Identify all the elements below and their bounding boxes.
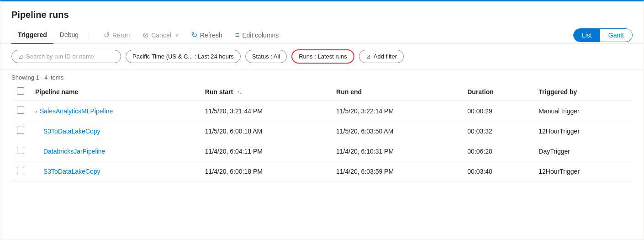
showing-text: Showing 1 - 4 items [0,69,644,83]
refresh-button[interactable]: ↻ Refresh [186,27,228,43]
pipeline-name-link[interactable]: DatabricksJarPipeline [43,148,105,155]
tab-triggered[interactable]: Triggered [11,27,53,44]
table-row: DatabricksJarPipeline11/4/20, 6:04:11 PM… [11,141,633,161]
list-view-button[interactable]: List [574,29,600,42]
table-header-row: Pipeline name Run start ↑↓ Run end Durat… [11,83,633,101]
cell-triggered-by: 12HourTrigger [533,161,633,181]
row-checkbox-cell [11,161,30,181]
time-filter[interactable]: Pacific Time (US & C... : Last 24 hours [126,50,241,63]
pipeline-runs-table: Pipeline name Run start ↑↓ Run end Durat… [11,83,633,181]
cell-pipeline-name: S3ToDataLakeCopy [30,161,200,181]
edit-columns-icon: ≡ [235,31,239,39]
cell-run-start: 11/4/20, 6:00:18 PM [200,161,331,181]
header-duration: Duration [462,83,533,101]
edit-columns-button[interactable]: ≡ Edit columns [230,27,285,43]
add-filter-icon: ⊿ [366,53,371,60]
cell-pipeline-name: DatabricksJarPipeline [30,141,200,161]
row-checkbox[interactable] [17,147,24,154]
row-checkbox-cell [11,121,30,141]
cancel-icon: ⊘ [143,31,148,39]
table-body: ›SalesAnalyticsMLPipeline11/5/20, 3:21:4… [11,101,633,181]
table-row: S3ToDataLakeCopy11/5/20, 6:00:18 AM11/5/… [11,121,633,141]
row-checkbox-cell [11,101,30,121]
pipeline-name-link[interactable]: S3ToDataLakeCopy [43,168,100,175]
cell-pipeline-name: ›SalesAnalyticsMLPipeline [30,101,200,121]
table-container: Pipeline name Run start ↑↓ Run end Durat… [0,83,644,181]
cell-run-end: 11/5/20, 3:22:14 PM [331,101,462,121]
header-checkbox[interactable] [17,87,24,95]
cell-run-start: 11/5/20, 6:00:18 AM [200,121,331,141]
cell-duration: 00:00:29 [462,101,533,121]
cell-duration: 00:03:32 [462,121,533,141]
tab-debug[interactable]: Debug [53,27,85,44]
header-run-end: Run end [331,83,462,101]
page-title: Pipeline runs [0,1,644,27]
cell-triggered-by: DayTrigger [533,141,633,161]
runs-filter[interactable]: Runs : Latest runs [291,49,354,64]
toolbar-actions: ↺ Rerun ⊘ Cancel ∨ ↻ Refresh ≡ Edit colu… [98,27,633,43]
view-toggle: List Gantt [573,28,633,42]
rerun-icon: ↺ [104,31,110,39]
pipeline-name-link[interactable]: S3ToDataLakeCopy [43,128,100,135]
cell-duration: 00:03:40 [462,161,533,181]
cell-pipeline-name: S3ToDataLakeCopy [30,121,200,141]
expand-icon[interactable]: › [35,108,37,115]
header-run-start[interactable]: Run start ↑↓ [200,83,331,101]
filter-bar: ⊿ Search by run ID or name Pacific Time … [0,44,644,69]
pipeline-name-link[interactable]: SalesAnalyticsMLPipeline [40,107,113,115]
row-checkbox[interactable] [17,127,24,134]
cell-run-end: 11/5/20, 6:03:50 AM [331,121,462,141]
cell-run-end: 11/4/20, 6:10:31 PM [331,141,462,161]
header-triggered-by: Triggered by [533,83,633,101]
search-filter[interactable]: ⊿ Search by run ID or name [11,50,121,63]
cell-run-start: 11/4/20, 6:04:11 PM [200,141,331,161]
cell-triggered-by: Manual trigger [533,101,633,121]
chevron-down-icon: ∨ [175,32,179,38]
toolbar: Triggered Debug ↺ Rerun ⊘ Cancel ∨ ↻ Ref… [0,27,644,44]
table-row: ›SalesAnalyticsMLPipeline11/5/20, 3:21:4… [11,101,633,121]
status-filter[interactable]: Status : All [245,50,287,63]
row-checkbox[interactable] [17,107,24,114]
table-row: S3ToDataLakeCopy11/4/20, 6:00:18 PM11/4/… [11,161,633,181]
row-checkbox-cell [11,141,30,161]
add-filter-button[interactable]: ⊿ Add filter [359,50,404,63]
cell-triggered-by: 12HourTrigger [533,121,633,141]
header-pipeline-name: Pipeline name [30,83,200,101]
gantt-view-button[interactable]: Gantt [600,29,632,42]
cell-run-start: 11/5/20, 3:21:44 PM [200,101,331,121]
refresh-icon: ↻ [191,31,197,39]
header-checkbox-cell [11,83,30,101]
tab-divider [89,31,89,40]
rerun-button[interactable]: ↺ Rerun [98,27,135,43]
cancel-button[interactable]: ⊘ Cancel ∨ [137,27,184,43]
search-filter-icon: ⊿ [18,53,23,60]
cell-duration: 00:06:20 [462,141,533,161]
cell-run-end: 11/4/20, 6:03:59 PM [331,161,462,181]
row-checkbox[interactable] [17,167,24,174]
sort-icon: ↑↓ [237,89,242,96]
page-container: Pipeline runs Triggered Debug ↺ Rerun ⊘ … [0,0,644,240]
